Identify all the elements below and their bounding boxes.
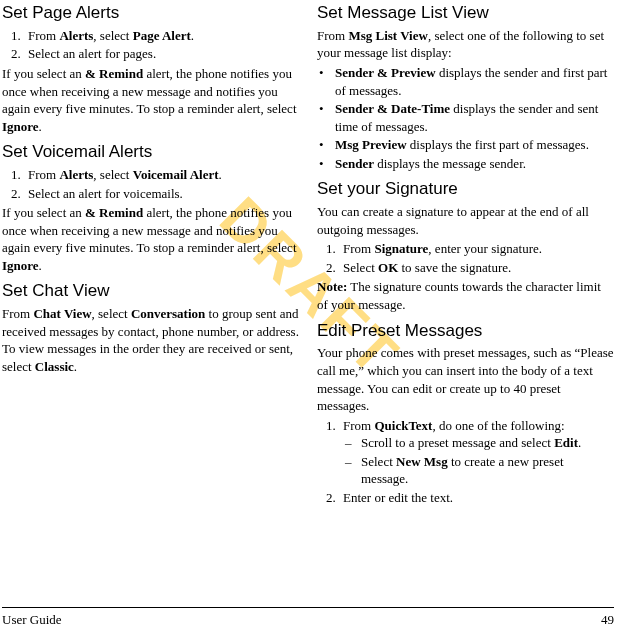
list-item: Scroll to a preset message and select Ed… [343,434,614,452]
left-column: Set Page Alerts From Alerts, select Page… [2,2,299,508]
list-item: From Signature, enter your signature. [339,240,614,258]
heading-signature: Set your Signature [317,178,614,201]
list-item: Select an alert for pages. [24,45,299,63]
footer-title: User Guide [2,611,62,629]
list-item: Select New Msg to create a new preset me… [343,453,614,488]
msg-list-intro: From Msg List View, select one of the fo… [317,27,614,62]
list-item: From Alerts, select Voicemail Alert. [24,166,299,184]
signature-intro: You can create a signature to appear at … [317,203,614,238]
list-item: Sender displays the message sender. [317,155,614,173]
signature-steps: From Signature, enter your signature. Se… [317,240,614,276]
preset-substeps: Scroll to a preset message and select Ed… [343,434,614,488]
page-content: Set Page Alerts From Alerts, select Page… [0,0,620,508]
heading-chat-view: Set Chat View [2,280,299,303]
list-item: From Alerts, select Page Alert. [24,27,299,45]
chat-view-para: From Chat View, select Conversation to g… [2,305,299,375]
list-item: Select OK to save the signature. [339,259,614,277]
page-alerts-steps: From Alerts, select Page Alert. Select a… [2,27,299,63]
heading-page-alerts: Set Page Alerts [2,2,299,25]
voicemail-alerts-note: If you select an & Remind alert, the pho… [2,204,299,274]
list-item: Sender & Date-Time displays the sender a… [317,100,614,135]
right-column: Set Message List View From Msg List View… [317,2,614,508]
heading-voicemail-alerts: Set Voicemail Alerts [2,141,299,164]
heading-msg-list-view: Set Message List View [317,2,614,25]
msg-list-options: Sender & Preview displays the sender and… [317,64,614,172]
signature-note: Note: The signature counts towards the c… [317,278,614,313]
page-number: 49 [601,611,614,629]
heading-preset-messages: Edit Preset Messages [317,320,614,343]
page-alerts-note: If you select an & Remind alert, the pho… [2,65,299,135]
page-footer: User Guide 49 [2,607,614,629]
preset-steps: From QuickText, do one of the following:… [317,417,614,507]
list-item: From QuickText, do one of the following:… [339,417,614,488]
list-item: Sender & Preview displays the sender and… [317,64,614,99]
list-item: Msg Preview displays the first part of m… [317,136,614,154]
voicemail-alerts-steps: From Alerts, select Voicemail Alert. Sel… [2,166,299,202]
list-item: Select an alert for voicemails. [24,185,299,203]
preset-intro: Your phone comes with preset messages, s… [317,344,614,414]
list-item: Enter or edit the text. [339,489,614,507]
